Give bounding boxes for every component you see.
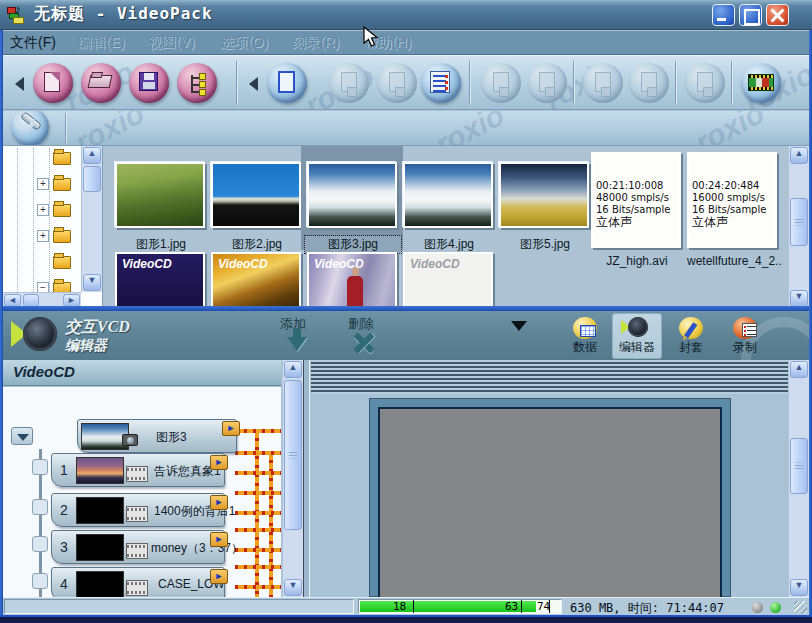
- menu-edit: 编辑(E): [78, 34, 125, 52]
- delete-button[interactable]: 删除: [333, 315, 389, 333]
- page-icon: [389, 72, 405, 92]
- folder-icon: [697, 72, 713, 92]
- data-grid-icon: [580, 325, 596, 337]
- jump-arrow-button[interactable]: ►: [210, 569, 228, 584]
- item-number: 4: [60, 576, 68, 592]
- window-border: [0, 30, 3, 617]
- scroll-up-icon[interactable]: ▲: [790, 361, 808, 378]
- toolbar-separator: [675, 61, 676, 105]
- item-number: 3: [60, 539, 68, 555]
- status-led-green: [770, 602, 781, 613]
- tree-icon: [185, 71, 209, 95]
- item-thumbnail: [76, 571, 124, 597]
- browser-scrollbar[interactable]: ▲ ▼: [788, 146, 809, 308]
- toolbar-separator: [236, 61, 237, 105]
- scroll-down-icon[interactable]: ▼: [790, 290, 808, 307]
- progress-marker: 63: [505, 600, 518, 613]
- tree-expand-icon[interactable]: +: [37, 230, 49, 242]
- jump-arrow-button[interactable]: ►: [222, 421, 240, 436]
- thumbnail-image: [307, 162, 397, 228]
- filmstrip-icon: [126, 580, 148, 596]
- collapse-left-icon[interactable]: [249, 77, 258, 91]
- minimize-button[interactable]: [712, 4, 735, 26]
- jump-arrow-button[interactable]: ►: [210, 495, 228, 510]
- playlist-item[interactable]: 1 告诉您真象1 ►: [51, 453, 225, 487]
- item-number: 2: [60, 502, 68, 518]
- add-button[interactable]: 添加: [265, 315, 321, 333]
- scroll-down-icon[interactable]: ▼: [790, 579, 808, 596]
- resize-grip[interactable]: [794, 601, 807, 614]
- status-bar: 18 63 74 630 MB, 时间: 71:44:07: [0, 597, 812, 615]
- settings-button[interactable]: [11, 111, 49, 146]
- project-tree-button[interactable]: [177, 63, 217, 103]
- scroll-up-icon[interactable]: ▲: [790, 147, 808, 164]
- status-led-gray: [752, 602, 763, 613]
- scrollbar-thumb[interactable]: [790, 198, 808, 246]
- audio-label: wetellfuture_4_2..: [687, 254, 779, 268]
- music-note-icon: ♪: [14, 1, 21, 17]
- jump-arrow-button[interactable]: ►: [210, 532, 228, 547]
- videocd-thumbnail: VideoCD: [115, 252, 205, 308]
- scroll-down-icon[interactable]: ▼: [83, 274, 101, 291]
- tab-data[interactable]: 数据: [560, 313, 610, 359]
- panel-splitter[interactable]: [303, 360, 310, 597]
- menu-file[interactable]: 文件(F): [10, 34, 56, 52]
- mouse-cursor-icon: [362, 26, 382, 48]
- scrollbar-thumb[interactable]: [790, 438, 808, 494]
- tab-cover[interactable]: 封套: [666, 313, 716, 359]
- scroll-down-icon[interactable]: ▼: [284, 579, 302, 596]
- playlist-item[interactable]: 4 CASE_LOW ►: [51, 567, 225, 597]
- title-bar: ♪ 无标题 - VideoPack: [0, 0, 812, 30]
- audio-sample-rate: 16000 smpls/s: [692, 192, 772, 204]
- audio-duration: 00:24:20:484: [692, 180, 772, 192]
- secondary-toolbar: roxio roxio roxio: [3, 111, 809, 146]
- tree-expand-icon[interactable]: +: [37, 178, 49, 190]
- playlist-header: VideoCD: [3, 360, 281, 386]
- folder-icon[interactable]: [53, 178, 71, 191]
- playlist-root-item[interactable]: 图形3 ►: [77, 419, 237, 453]
- item-number: 1: [60, 462, 68, 478]
- new-button[interactable]: [33, 63, 73, 103]
- scroll-up-icon[interactable]: ▲: [284, 361, 302, 378]
- folder-tree-panel: + + + − ▲ ▼ ◄ ►: [3, 146, 103, 308]
- item-thumbnail: [76, 497, 124, 524]
- tab-record[interactable]: 录制: [720, 313, 770, 359]
- jump-arrow-button[interactable]: ►: [210, 455, 228, 470]
- dropdown-arrow-icon[interactable]: [511, 321, 527, 331]
- page-view-button[interactable]: [267, 63, 307, 103]
- folder-icon[interactable]: [53, 256, 71, 269]
- collapse-left-icon[interactable]: [15, 77, 24, 91]
- folder-icon[interactable]: [53, 230, 71, 243]
- tree-line: [33, 148, 34, 292]
- folder-icon[interactable]: [53, 204, 71, 217]
- tree-expand-icon[interactable]: +: [37, 204, 49, 216]
- videocd-thumbnail: VideoCD: [211, 252, 301, 308]
- scrollbar-thumb[interactable]: [83, 166, 101, 192]
- film-export-button[interactable]: [741, 63, 781, 103]
- folder-icon[interactable]: [53, 152, 71, 165]
- save-button[interactable]: [129, 63, 169, 103]
- roxio-watermark: roxio: [689, 111, 770, 146]
- tree-scrollbar[interactable]: ▲ ▼: [81, 146, 102, 292]
- scrollbar-thumb[interactable]: [284, 380, 302, 530]
- tab-editor-selected[interactable]: 编辑器: [612, 313, 662, 359]
- disabled-tool-button: [685, 63, 725, 103]
- scroll-up-icon[interactable]: ▲: [83, 147, 101, 164]
- playlist-item[interactable]: 3 money（3：37） ►: [51, 530, 225, 564]
- editor-title: 交互VCD: [65, 317, 130, 338]
- collapse-expander-button[interactable]: [11, 427, 33, 445]
- window-title: 无标题 - VideoPack: [34, 4, 213, 25]
- playlist-scrollbar[interactable]: ▲ ▼: [282, 360, 303, 597]
- preview-scrollbar[interactable]: ▲ ▼: [788, 360, 809, 597]
- paste-icon: [595, 72, 611, 92]
- open-button[interactable]: [81, 63, 121, 103]
- filmstrip-icon: [748, 74, 774, 91]
- maximize-button[interactable]: [739, 4, 762, 26]
- sequence-list-button[interactable]: [421, 63, 461, 103]
- disabled-tool-button: [329, 63, 369, 103]
- playlist-item[interactable]: 2 1400例的背后1 ►: [51, 493, 225, 527]
- tree-node: [32, 459, 48, 475]
- close-button[interactable]: [766, 4, 789, 26]
- thumbnail-label: 图形4.jpg: [401, 236, 497, 253]
- item-thumbnail: [76, 457, 124, 484]
